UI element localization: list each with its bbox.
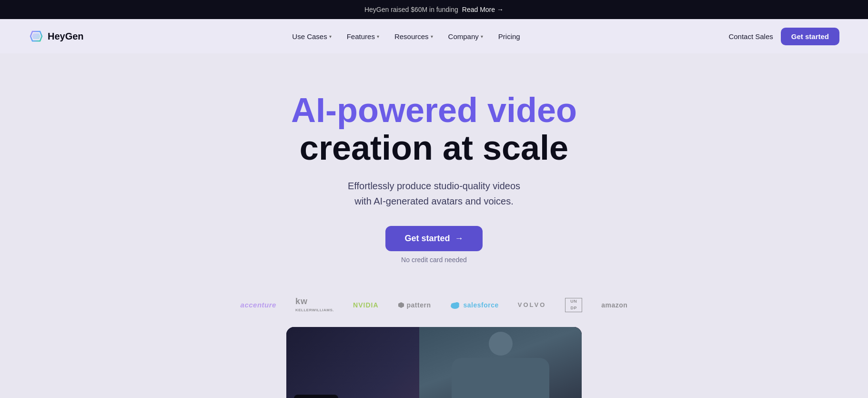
navbar: HeyGen Use Cases ▾ Features ▾ Resources … <box>0 19 868 53</box>
demo-video-container: Demo <box>286 327 582 398</box>
logo-undp: UN DP <box>565 298 582 312</box>
svg-marker-2 <box>398 302 404 308</box>
get-started-hero-arrow: → <box>455 234 464 244</box>
logo-area: HeyGen <box>29 29 84 44</box>
arrow-icon: → <box>497 6 504 13</box>
nav-item-use-cases[interactable]: Use Cases ▾ <box>285 29 338 44</box>
hero-cta-group: Get started → No credit card needed <box>385 226 482 264</box>
logo-kw: kw KELLERWILLIAMS. <box>295 297 334 313</box>
logo-pattern: pattern <box>398 301 431 309</box>
logo-amazon: amazon <box>601 301 627 309</box>
nav-actions: Contact Sales Get started <box>728 28 839 45</box>
hero-title: AI-powered video creation at scale <box>291 92 577 167</box>
hero-subtitle-line2: with AI-generated avatars and voices. <box>354 196 514 206</box>
announcement-bar: HeyGen raised $60M in funding Read More … <box>0 0 868 19</box>
logo-nvidia: NVIDIA <box>353 301 378 309</box>
hero-section: AI-powered video creation at scale Effor… <box>0 53 868 283</box>
logo-volvo: VOLVO <box>518 301 546 308</box>
nav-item-company[interactable]: Company ▾ <box>442 29 490 44</box>
svg-marker-1 <box>32 33 40 39</box>
get-started-button-nav[interactable]: Get started <box>781 28 839 45</box>
logo-accenture: accenture <box>241 301 276 309</box>
get-started-hero-label: Get started <box>404 234 450 244</box>
hero-title-line2: creation at scale <box>300 129 568 167</box>
no-credit-card-text: No credit card needed <box>401 256 467 264</box>
hero-subtitle: Effortlessly produce studio-quality vide… <box>348 178 520 209</box>
demo-play-button[interactable]: Demo <box>294 395 338 398</box>
hero-subtitle-line1: Effortlessly produce studio-quality vide… <box>348 181 520 191</box>
logo-text: HeyGen <box>48 31 84 42</box>
logo-salesforce: salesforce <box>450 301 498 309</box>
nav-item-pricing[interactable]: Pricing <box>492 29 527 44</box>
contact-sales-link[interactable]: Contact Sales <box>728 32 773 41</box>
nav-item-resources[interactable]: Resources ▾ <box>388 29 440 44</box>
nav-item-features[interactable]: Features ▾ <box>340 29 386 44</box>
chevron-down-icon: ▾ <box>481 34 483 39</box>
get-started-button-hero[interactable]: Get started → <box>385 226 482 251</box>
read-more-label: Read More <box>462 6 495 13</box>
nav-menu: Use Cases ▾ Features ▾ Resources ▾ Compa… <box>285 29 526 44</box>
read-more-link[interactable]: Read More → <box>462 6 504 13</box>
heygen-logo-icon <box>29 29 44 44</box>
chevron-down-icon: ▾ <box>329 34 332 39</box>
chevron-down-icon: ▾ <box>431 34 433 39</box>
demo-section: Demo <box>0 322 868 398</box>
chevron-down-icon: ▾ <box>377 34 379 39</box>
hero-title-line1: AI-powered video <box>291 91 577 129</box>
svg-point-6 <box>452 303 458 307</box>
logos-section: accenture kw KELLERWILLIAMS. NVIDIA patt… <box>0 283 868 322</box>
announcement-text: HeyGen raised $60M in funding <box>364 6 458 13</box>
